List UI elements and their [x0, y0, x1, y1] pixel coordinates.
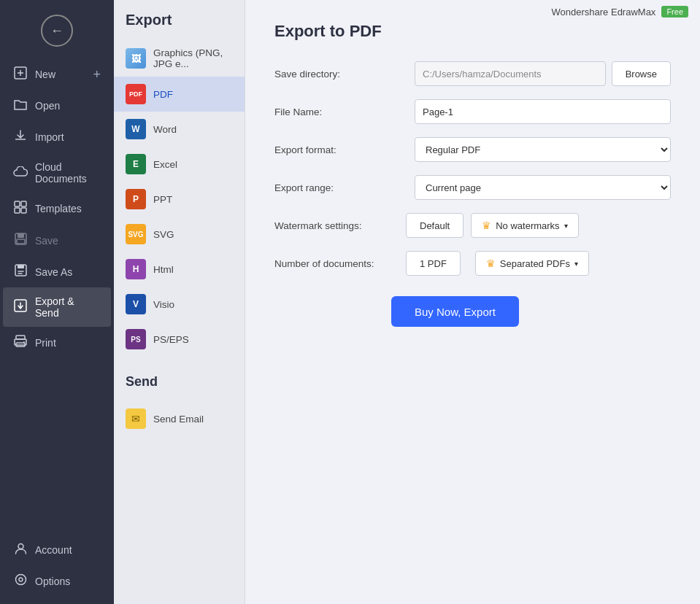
save-directory-label: Save directory: [274, 69, 406, 80]
export-list-item-graphics[interactable]: 🖼 Graphics (PNG, JPG e... [114, 40, 245, 77]
sidebar-item-print[interactable]: Print [3, 327, 111, 358]
account-icon [13, 542, 28, 557]
export-detail-title: Export to PDF [274, 22, 671, 41]
docs-type-button[interactable]: ♛ Separated PDFs ▾ [475, 251, 589, 276]
main-content: Export 🖼 Graphics (PNG, JPG e... PDF PDF… [114, 0, 700, 604]
docs-controls: 1 PDF ♛ Separated PDFs ▾ [406, 251, 589, 276]
export-list-item-label: Graphics (PNG, JPG e... [153, 47, 233, 69]
sidebar-item-open[interactable]: Open [3, 90, 111, 121]
send-email-label: Send Email [153, 414, 204, 425]
export-list-item-word[interactable]: W Word [114, 112, 245, 147]
graphics-icon: 🖼 [126, 48, 146, 69]
html-icon: H [126, 259, 146, 279]
watermark-dropdown-icon: ▾ [564, 222, 568, 230]
app-layout: ← New + Open [0, 0, 700, 604]
send-email-item[interactable]: ✉ Send Email [114, 401, 245, 436]
svg-point-16 [23, 341, 25, 343]
export-list-item-pdf[interactable]: PDF PDF [114, 77, 245, 112]
options-icon [13, 573, 28, 589]
svg-rect-6 [21, 208, 26, 213]
export-range-label: Export range: [274, 182, 406, 193]
export-format-label: Export format: [274, 144, 406, 155]
sidebar-item-account[interactable]: Account [3, 534, 111, 565]
export-format-select[interactable]: Regular PDF PDF/A PDF/X [415, 137, 671, 162]
ps-icon: PS [126, 329, 146, 349]
export-panel: Export 🖼 Graphics (PNG, JPG e... PDF PDF… [114, 0, 700, 604]
excel-icon: E [126, 154, 146, 174]
sidebar-item-export[interactable]: Export & Send [3, 287, 111, 327]
sidebar-item-save[interactable]: Save [3, 225, 111, 256]
export-list-item-excel[interactable]: E Excel [114, 147, 245, 182]
sidebar-item-label: Print [35, 337, 56, 349]
sidebar-item-label: Save [35, 235, 58, 247]
app-badge: Free [661, 6, 688, 18]
export-list-item-label: PPT [153, 194, 172, 205]
export-list-item-label: PS/EPS [153, 334, 189, 345]
sidebar-item-cloud[interactable]: Cloud Documents [3, 153, 111, 193]
svg-rect-11 [18, 265, 24, 268]
svg-rect-5 [15, 208, 20, 213]
svg-icon: SVG [126, 224, 146, 244]
watermark-select-label: No watermarks [496, 220, 559, 231]
watermark-select-button[interactable]: ♛ No watermarks ▾ [471, 213, 578, 238]
pdf-icon: PDF [126, 84, 146, 104]
export-range-select[interactable]: Current page All pages Custom range [415, 175, 671, 200]
export-panel-title: Export [114, 12, 245, 40]
docs-count-button[interactable]: 1 PDF [406, 251, 461, 276]
sidebar-item-label: Account [35, 544, 72, 556]
buy-export-button[interactable]: Buy Now, Export [391, 296, 519, 327]
svg-point-17 [18, 544, 23, 549]
export-list-item-visio[interactable]: V Visio [114, 287, 245, 322]
email-icon: ✉ [126, 409, 146, 429]
docs-crown-icon: ♛ [486, 258, 496, 269]
save-icon [13, 233, 28, 248]
export-list-item-label: Visio [153, 299, 174, 310]
sidebar-item-label: Save As [35, 266, 72, 278]
browse-button[interactable]: Browse [612, 61, 671, 86]
topbar: Wondershare EdrawMax Free [540, 0, 700, 23]
watermark-label: Watermark settings: [274, 220, 406, 231]
export-list-item-html[interactable]: H Html [114, 252, 245, 287]
sidebar-item-templates[interactable]: Templates [3, 193, 111, 225]
send-list-title: Send [114, 374, 245, 401]
export-list-item-label: Excel [153, 159, 177, 170]
sidebar-item-import[interactable]: Import [3, 121, 111, 153]
crown-icon: ♛ [482, 220, 491, 231]
export-format-row: Export format: Regular PDF PDF/A PDF/X [274, 137, 671, 162]
file-name-label: File Name: [274, 107, 406, 117]
export-list-item-label: SVG [153, 229, 174, 240]
sidebar-item-new[interactable]: New + [3, 58, 111, 90]
sidebar-item-saveas[interactable]: Save As [3, 256, 111, 287]
new-plus-icon[interactable]: + [93, 67, 101, 82]
file-name-row: File Name: [274, 99, 671, 124]
sidebar: ← New + Open [0, 0, 114, 604]
sidebar-item-label: Open [35, 100, 60, 112]
sidebar-item-label: Options [35, 576, 70, 587]
export-list-item-ps[interactable]: PS PS/EPS [114, 322, 245, 357]
svg-rect-3 [15, 201, 20, 206]
watermark-default-button[interactable]: Default [406, 213, 464, 238]
file-name-input[interactable] [415, 99, 671, 124]
export-list-item-label: PDF [153, 89, 173, 100]
export-list-item-ppt[interactable]: P PPT [114, 182, 245, 217]
word-icon: W [126, 119, 146, 139]
svg-point-19 [19, 578, 23, 581]
export-list-item-label: Word [153, 124, 177, 135]
save-directory-input[interactable] [415, 61, 606, 86]
saveas-icon [13, 264, 28, 279]
watermark-row: Watermark settings: Default ♛ No waterma… [274, 213, 671, 238]
export-list: Export 🖼 Graphics (PNG, JPG e... PDF PDF… [114, 0, 245, 604]
sidebar-item-options[interactable]: Options [3, 565, 111, 597]
open-icon [13, 98, 28, 113]
cloud-icon [13, 166, 28, 180]
export-detail: Export to PDF Save directory: Browse Fil… [245, 0, 700, 604]
save-directory-row: Save directory: Browse [274, 61, 671, 86]
visio-icon: V [126, 294, 146, 314]
svg-rect-4 [21, 201, 26, 206]
svg-point-18 [15, 575, 26, 585]
ppt-icon: P [126, 189, 146, 209]
new-icon [13, 66, 28, 82]
back-button[interactable]: ← [41, 15, 73, 47]
export-list-item-svg[interactable]: SVG SVG [114, 217, 245, 252]
sidebar-item-label: Templates [35, 203, 82, 214]
